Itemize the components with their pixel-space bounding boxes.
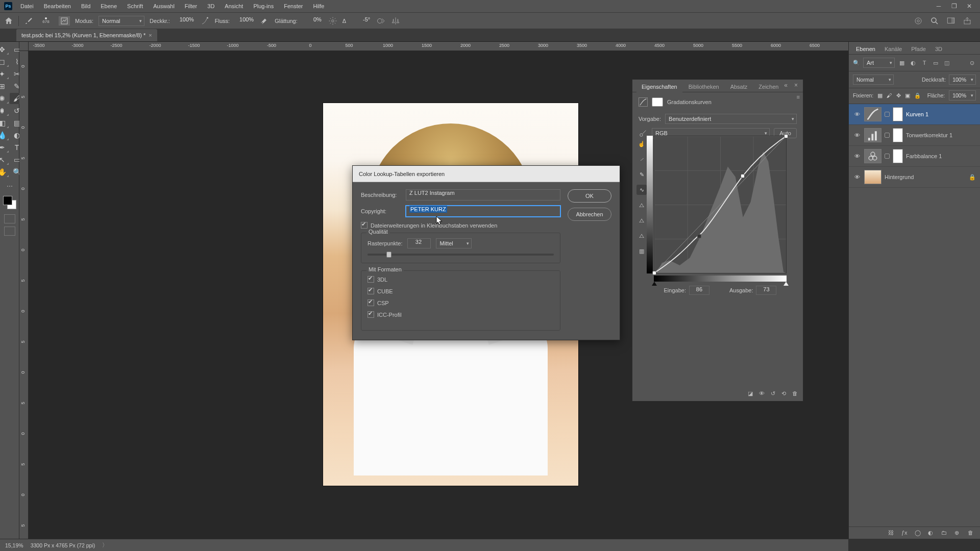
black-point-slider[interactable] — [652, 282, 657, 286]
slider-thumb[interactable] — [386, 252, 391, 258]
menu-file[interactable]: Datei — [16, 1, 38, 11]
layer-name[interactable]: Hintergrund — [885, 174, 966, 180]
frame-tool-icon[interactable]: ⊞ — [0, 81, 9, 92]
brush-tool-icon[interactable] — [24, 16, 33, 26]
layer-visibility-icon[interactable]: 👁 — [853, 152, 861, 160]
layer-thumb[interactable] — [864, 128, 881, 142]
output-value-field[interactable]: 73 — [756, 286, 776, 295]
format-csp-checkbox[interactable] — [368, 299, 374, 306]
layer-visibility-icon[interactable]: 👁 — [853, 173, 861, 181]
layer-row[interactable]: 👁 Hintergrund 🔒 — [849, 167, 980, 188]
home-icon[interactable] — [4, 16, 13, 26]
layer-opacity-field[interactable]: 100% — [949, 74, 976, 85]
black-point-eyedropper-icon[interactable]: ⧍ — [636, 200, 647, 210]
flow-field[interactable]: 100% — [235, 16, 255, 26]
grid-points-input[interactable]: 32 — [407, 238, 431, 248]
panel-menu-icon[interactable]: ≡ — [797, 94, 800, 100]
airbrush-icon[interactable] — [260, 16, 270, 26]
panel-close-icon[interactable]: × — [794, 82, 798, 89]
toggle-visibility-icon[interactable]: 👁 — [759, 390, 765, 397]
layer-row[interactable]: 👁 Tonwertkorrektur 1 — [849, 125, 980, 146]
pen-tool-icon[interactable]: ✒ — [0, 142, 9, 153]
mask-link-icon[interactable] — [885, 154, 890, 159]
marquee-tool-icon[interactable]: ◻ — [0, 56, 9, 67]
curve-point-selected[interactable] — [697, 234, 701, 238]
edit-toolbar-icon[interactable]: ⋯ — [7, 183, 13, 190]
curve-point-white[interactable] — [784, 134, 788, 138]
layer-visibility-icon[interactable]: 👁 — [853, 110, 861, 118]
layer-blend-mode-select[interactable]: Normal — [853, 74, 894, 85]
white-point-slider[interactable] — [783, 282, 789, 286]
link-layers-icon[interactable]: ⛓ — [888, 530, 895, 537]
menu-filter[interactable]: Filter — [181, 1, 201, 11]
angle-field[interactable]: -5° — [351, 16, 372, 26]
window-close-icon[interactable]: ✕ — [966, 3, 973, 10]
character-tab[interactable]: Zeichen — [753, 82, 783, 92]
window-minimize-icon[interactable]: ─ — [935, 3, 942, 10]
layer-mask-thumb[interactable] — [893, 107, 903, 121]
hand-tool-icon[interactable]: ✋ — [0, 166, 9, 178]
preset-select[interactable]: Benutzerdefiniert — [665, 114, 797, 124]
format-cube-checkbox[interactable] — [368, 288, 374, 294]
lowercase-extensions-checkbox[interactable] — [361, 222, 368, 229]
magic-wand-tool-icon[interactable]: ✦ — [0, 68, 9, 80]
menu-plugins[interactable]: Plug-ins — [249, 1, 278, 11]
layer-row[interactable]: 👁 Kurven 1 — [849, 104, 980, 125]
blur-tool-icon[interactable]: 💧 — [0, 130, 9, 141]
menu-view[interactable]: Ansicht — [220, 1, 247, 11]
mask-link-icon[interactable] — [885, 112, 890, 117]
healing-brush-tool-icon[interactable]: ✺ — [0, 93, 9, 104]
layer-mask-thumb[interactable] — [893, 149, 903, 163]
curve-clip-icon[interactable]: ▥ — [636, 246, 647, 256]
input-value-field[interactable]: 86 — [689, 286, 709, 295]
color-swatches[interactable] — [3, 196, 16, 209]
ruler-origin[interactable] — [19, 42, 29, 51]
new-adjustment-icon[interactable]: ◐ — [928, 530, 935, 537]
curve-point-shadow[interactable] — [652, 271, 656, 275]
smoothing-field[interactable]: 0% — [303, 16, 323, 26]
quick-mask-icon[interactable] — [4, 214, 15, 223]
opacity-pressure-icon[interactable] — [201, 16, 210, 26]
delete-layer-icon[interactable]: 🗑 — [968, 530, 975, 537]
menu-layer[interactable]: Ebene — [96, 1, 121, 11]
layer-name[interactable]: Farbbalance 1 — [906, 153, 976, 159]
menu-3d[interactable]: 3D — [203, 1, 218, 11]
horizontal-ruler[interactable]: -3500-3000-2500-2000-1500-1000-500050010… — [29, 42, 980, 51]
document-info[interactable]: 3300 Px x 4765 Px (72 ppi) — [31, 542, 95, 548]
path-tool-icon[interactable]: ↖ — [0, 154, 9, 165]
clone-stamp-tool-icon[interactable]: ⧯ — [0, 105, 9, 116]
screen-mode-icon[interactable] — [4, 227, 15, 236]
layer-filter-type-select[interactable]: Art — [863, 58, 895, 68]
move-tool-icon[interactable]: ✥ — [0, 44, 9, 55]
dialog-titlebar[interactable]: Color Lookup-Tabellen exportieren — [353, 166, 620, 182]
lock-all-icon[interactable]: 🔒 — [914, 92, 921, 99]
filter-type-icon[interactable]: T — [920, 59, 928, 67]
curve-point-icon[interactable]: ⟋ — [636, 154, 647, 164]
mask-link-icon[interactable] — [885, 133, 890, 138]
opacity-field[interactable]: 100% — [175, 16, 195, 26]
menu-select[interactable]: Auswahl — [149, 1, 179, 11]
lock-position-icon[interactable]: ✥ — [896, 92, 901, 98]
channels-tab[interactable]: Kanäle — [880, 44, 906, 54]
format-icc-checkbox[interactable] — [368, 311, 374, 318]
lock-transparency-icon[interactable]: ▦ — [877, 92, 883, 98]
brush-panel-toggle-icon[interactable] — [59, 16, 70, 26]
white-point-eyedropper-icon[interactable]: ⧍ — [636, 231, 647, 241]
workspace-switcher-icon[interactable] — [946, 16, 955, 26]
window-maximize-icon[interactable]: ❐ — [950, 3, 958, 10]
cloud-docs-icon[interactable] — [914, 16, 923, 26]
blend-mode-select[interactable]: Normal — [99, 16, 144, 26]
document-tab[interactable]: test.psdc bei 15,2% (Kurven 1, Ebenenmas… — [16, 29, 157, 41]
layers-tab[interactable]: Ebenen — [852, 44, 879, 54]
panel-collapse-icon[interactable]: « — [784, 82, 788, 89]
share-icon[interactable] — [963, 16, 972, 26]
search-icon[interactable] — [930, 16, 939, 26]
layer-row[interactable]: 👁 Farbbalance 1 — [849, 146, 980, 167]
new-layer-icon[interactable]: ⊕ — [954, 530, 962, 537]
copyright-input[interactable]: PETER KURZ — [406, 206, 560, 217]
layer-thumb[interactable] — [864, 149, 881, 163]
layer-name[interactable]: Kurven 1 — [906, 111, 976, 117]
gray-point-eyedropper-icon[interactable]: ⧍ — [636, 215, 647, 226]
3d-tab[interactable]: 3D — [931, 44, 946, 54]
menu-window[interactable]: Fenster — [280, 1, 307, 11]
